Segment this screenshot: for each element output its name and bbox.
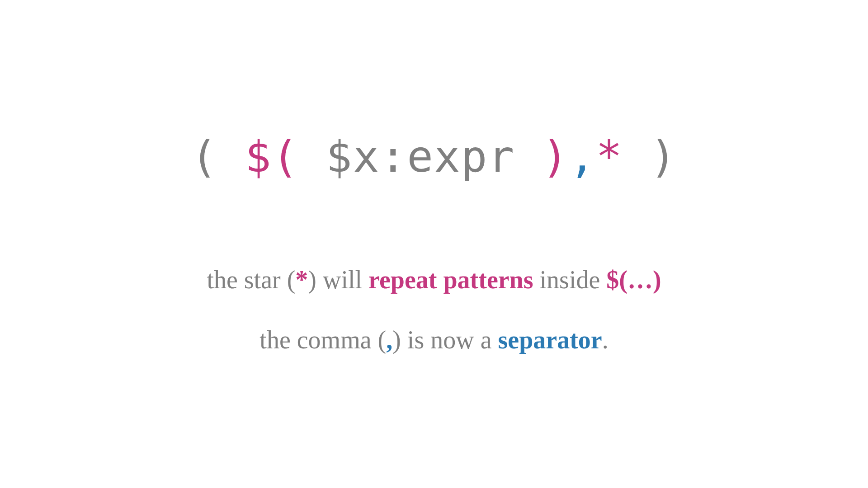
comma-highlight: , xyxy=(386,326,392,354)
dollar-paren-highlight: $(…) xyxy=(606,266,661,294)
text-segment: the star ( xyxy=(207,266,295,294)
code-paren-open: ( xyxy=(191,131,245,182)
text-segment: the comma ( xyxy=(259,326,386,354)
star-highlight: * xyxy=(295,266,308,294)
macro-pattern-code: ( $( $x:expr ),* ) xyxy=(191,131,677,182)
repeat-patterns-highlight: repeat patterns xyxy=(368,266,533,294)
separator-highlight: separator xyxy=(498,326,602,354)
code-pattern-body: $x:expr xyxy=(299,131,542,182)
text-segment: . xyxy=(602,326,609,354)
text-segment: ) is now a xyxy=(392,326,498,354)
explanation-line-1: the star (*) will repeat patterns inside… xyxy=(207,263,661,296)
code-repeat-close: ) xyxy=(542,131,569,182)
text-segment: inside xyxy=(533,266,607,294)
code-repeat-open: $( xyxy=(245,131,299,182)
code-star: * xyxy=(596,131,623,182)
text-segment: ) will xyxy=(308,266,368,294)
code-paren-close: ) xyxy=(623,131,677,182)
code-separator: , xyxy=(569,131,596,182)
explanation-line-2: the comma (,) is now a separator. xyxy=(259,324,608,357)
